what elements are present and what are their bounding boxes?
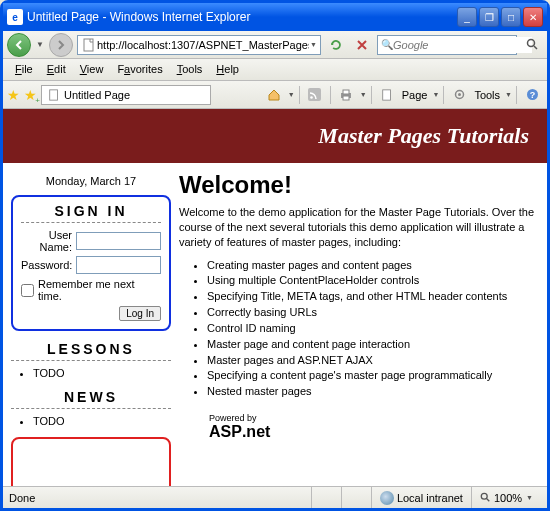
feature-item: Correctly basing URLs: [207, 305, 539, 320]
forward-button[interactable]: [49, 33, 73, 57]
lessons-heading: LESSONS: [11, 341, 171, 361]
main-content: Welcome! Welcome to the demo application…: [179, 171, 539, 486]
tools-menu-dropdown[interactable]: ▼: [505, 91, 512, 98]
password-label: Password:: [21, 259, 76, 271]
refresh-icon: [329, 38, 343, 52]
home-dropdown[interactable]: ▼: [288, 91, 295, 98]
search-provider-icon: 🔍: [381, 39, 393, 50]
page-menu-label[interactable]: Page: [400, 89, 430, 101]
search-go-button[interactable]: [521, 34, 543, 56]
svg-point-1: [527, 40, 534, 47]
print-dropdown[interactable]: ▼: [360, 91, 367, 98]
status-text: Done: [9, 492, 311, 504]
tab-toolbar: ★ ★+ Untitled Page ▼ ▼ Page▼: [3, 81, 547, 109]
feature-item: Specifying a content page's master page …: [207, 368, 539, 383]
magnifier-icon: [480, 492, 491, 503]
arrow-right-icon: [55, 39, 67, 51]
maximize-button[interactable]: □: [501, 7, 521, 27]
password-input[interactable]: [76, 256, 161, 274]
lessons-section: LESSONS TODO: [11, 341, 171, 379]
zoom-control[interactable]: 100% ▼: [471, 487, 541, 508]
svg-text:?: ?: [529, 90, 535, 100]
svg-rect-3: [50, 89, 58, 99]
menu-file[interactable]: File: [9, 61, 39, 78]
news-item: TODO: [33, 415, 171, 427]
svg-rect-7: [343, 90, 349, 94]
page-icon: [381, 89, 393, 101]
magnifier-icon: [526, 38, 539, 51]
window-title: Untitled Page - Windows Internet Explore…: [27, 10, 457, 24]
page-menu-dropdown[interactable]: ▼: [432, 91, 439, 98]
svg-point-11: [458, 93, 461, 96]
svg-point-5: [310, 96, 313, 99]
page-icon: [48, 89, 60, 101]
feature-list: Creating master pages and content pages …: [179, 258, 539, 400]
sidebar: Monday, March 17 SIGN IN User Name: Pass…: [11, 171, 171, 486]
intro-paragraph: Welcome to the demo application for the …: [179, 205, 539, 250]
status-bar: Done Local intranet 100% ▼: [3, 486, 547, 508]
signin-panel: SIGN IN User Name: Password: Remember me…: [11, 195, 171, 331]
home-button[interactable]: [263, 84, 285, 106]
powered-by-logo: Powered by ASP.net: [209, 413, 539, 441]
address-dropdown[interactable]: ▼: [310, 41, 317, 48]
remember-checkbox[interactable]: [21, 284, 34, 297]
svg-rect-9: [382, 89, 390, 99]
date-display: Monday, March 17: [11, 171, 171, 195]
menu-tools[interactable]: Tools: [171, 61, 209, 78]
close-button[interactable]: ✕: [523, 7, 543, 27]
search-input[interactable]: [393, 37, 532, 53]
stop-icon: [356, 39, 368, 51]
print-icon: [339, 88, 353, 102]
username-label: User Name:: [21, 229, 76, 253]
menu-favorites[interactable]: Favorites: [111, 61, 168, 78]
page-banner: Master Pages Tutorials: [3, 109, 547, 163]
feature-item: Master page and content page interaction: [207, 337, 539, 352]
stop-button[interactable]: [351, 34, 373, 56]
svg-rect-8: [343, 96, 349, 100]
tools-menu-label[interactable]: Tools: [472, 89, 502, 101]
signin-heading: SIGN IN: [21, 203, 161, 223]
status-empty-2: [341, 487, 371, 508]
add-favorites-icon[interactable]: ★+: [24, 87, 37, 103]
menu-edit[interactable]: Edit: [41, 61, 72, 78]
feature-item: Master pages and ASP.NET AJAX: [207, 353, 539, 368]
window-titlebar: e Untitled Page - Windows Internet Explo…: [3, 3, 547, 31]
login-button[interactable]: Log In: [119, 306, 161, 321]
tab-title: Untitled Page: [64, 89, 130, 101]
news-heading: NEWS: [11, 389, 171, 409]
ie-icon: e: [7, 9, 23, 25]
refresh-button[interactable]: [325, 34, 347, 56]
restore-button[interactable]: ❐: [479, 7, 499, 27]
address-input[interactable]: [97, 37, 309, 53]
browser-tab[interactable]: Untitled Page: [41, 85, 211, 105]
favorites-star-icon[interactable]: ★: [7, 87, 20, 103]
feature-item: Using multiple ContentPlaceHolder contro…: [207, 273, 539, 288]
menu-view[interactable]: View: [74, 61, 110, 78]
search-bar[interactable]: 🔍: [377, 35, 517, 55]
lessons-item: TODO: [33, 367, 171, 379]
username-input[interactable]: [76, 232, 161, 250]
arrow-left-icon: [13, 39, 25, 51]
feature-item: Specifying Title, META tags, and other H…: [207, 289, 539, 304]
status-empty-1: [311, 487, 341, 508]
navigation-toolbar: ▼ ▼ 🔍: [3, 31, 547, 59]
back-button[interactable]: [7, 33, 31, 57]
minimize-button[interactable]: _: [457, 7, 477, 27]
back-dropdown[interactable]: ▼: [35, 40, 45, 49]
zone-icon: [380, 491, 394, 505]
print-button[interactable]: [335, 84, 357, 106]
news-section: NEWS TODO: [11, 389, 171, 427]
address-bar[interactable]: ▼: [77, 35, 321, 55]
page-menu-button[interactable]: [376, 84, 398, 106]
feature-item: Creating master pages and content pages: [207, 258, 539, 273]
svg-line-15: [487, 499, 490, 502]
feature-item: Nested master pages: [207, 384, 539, 399]
feeds-button[interactable]: [304, 84, 326, 106]
svg-line-2: [534, 46, 537, 49]
tools-menu-button[interactable]: [448, 84, 470, 106]
help-button[interactable]: ?: [521, 84, 543, 106]
menu-bar: File Edit View Favorites Tools Help: [3, 59, 547, 81]
rss-icon: [308, 88, 321, 101]
feature-item: Control ID naming: [207, 321, 539, 336]
menu-help[interactable]: Help: [210, 61, 245, 78]
